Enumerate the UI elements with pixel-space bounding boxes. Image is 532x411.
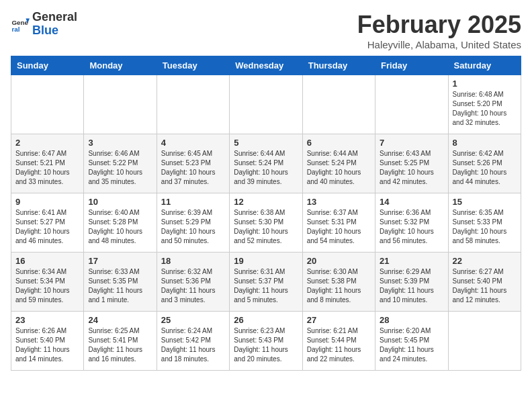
weekday-header-sunday: Sunday bbox=[11, 56, 84, 75]
calendar-table: SundayMondayTuesdayWednesdayThursdayFrid… bbox=[11, 56, 521, 371]
day-info: Sunrise: 6:37 AM Sunset: 5:31 PM Dayligh… bbox=[307, 208, 371, 246]
day-info: Sunrise: 6:45 AM Sunset: 5:23 PM Dayligh… bbox=[161, 149, 225, 187]
day-number: 24 bbox=[88, 315, 152, 325]
calendar-cell: 7Sunrise: 6:43 AM Sunset: 5:25 PM Daylig… bbox=[375, 134, 448, 193]
weekday-header-tuesday: Tuesday bbox=[157, 56, 229, 75]
weekday-header-wednesday: Wednesday bbox=[230, 56, 302, 75]
calendar-cell bbox=[302, 75, 375, 134]
day-info: Sunrise: 6:34 AM Sunset: 5:34 PM Dayligh… bbox=[15, 267, 79, 305]
day-number: 18 bbox=[161, 256, 225, 266]
day-number: 13 bbox=[307, 197, 371, 207]
calendar-cell: 26Sunrise: 6:23 AM Sunset: 5:43 PM Dayli… bbox=[230, 312, 302, 371]
day-info: Sunrise: 6:41 AM Sunset: 5:27 PM Dayligh… bbox=[15, 208, 79, 246]
day-info: Sunrise: 6:26 AM Sunset: 5:40 PM Dayligh… bbox=[15, 326, 79, 364]
day-info: Sunrise: 6:23 AM Sunset: 5:43 PM Dayligh… bbox=[234, 326, 298, 364]
day-info: Sunrise: 6:40 AM Sunset: 5:28 PM Dayligh… bbox=[88, 208, 152, 246]
calendar-week-row: 1Sunrise: 6:48 AM Sunset: 5:20 PM Daylig… bbox=[11, 75, 521, 134]
weekday-header-thursday: Thursday bbox=[302, 56, 375, 75]
weekday-header-monday: Monday bbox=[84, 56, 157, 75]
month-title: February 2025 bbox=[357, 11, 521, 39]
day-number: 4 bbox=[161, 138, 225, 148]
calendar-cell: 24Sunrise: 6:25 AM Sunset: 5:41 PM Dayli… bbox=[84, 312, 157, 371]
calendar-cell: 22Sunrise: 6:27 AM Sunset: 5:40 PM Dayli… bbox=[448, 253, 521, 312]
day-number: 8 bbox=[453, 138, 517, 148]
logo-blue: Blue bbox=[32, 24, 77, 38]
calendar-cell: 10Sunrise: 6:40 AM Sunset: 5:28 PM Dayli… bbox=[84, 193, 157, 253]
calendar-cell: 28Sunrise: 6:20 AM Sunset: 5:45 PM Dayli… bbox=[375, 312, 448, 371]
weekday-header-friday: Friday bbox=[375, 56, 448, 75]
day-info: Sunrise: 6:46 AM Sunset: 5:22 PM Dayligh… bbox=[88, 149, 152, 187]
day-number: 3 bbox=[88, 138, 152, 148]
day-number: 16 bbox=[15, 256, 79, 266]
day-info: Sunrise: 6:47 AM Sunset: 5:21 PM Dayligh… bbox=[15, 149, 79, 187]
day-info: Sunrise: 6:20 AM Sunset: 5:45 PM Dayligh… bbox=[380, 326, 443, 364]
day-info: Sunrise: 6:29 AM Sunset: 5:39 PM Dayligh… bbox=[380, 267, 443, 305]
calendar-cell bbox=[375, 75, 448, 134]
calendar-cell: 13Sunrise: 6:37 AM Sunset: 5:31 PM Dayli… bbox=[302, 193, 375, 253]
day-number: 6 bbox=[307, 138, 371, 148]
day-number: 7 bbox=[380, 138, 443, 148]
day-number: 12 bbox=[234, 197, 298, 207]
day-number: 22 bbox=[453, 256, 517, 266]
calendar-cell: 4Sunrise: 6:45 AM Sunset: 5:23 PM Daylig… bbox=[157, 134, 229, 193]
calendar-cell: 17Sunrise: 6:33 AM Sunset: 5:35 PM Dayli… bbox=[84, 253, 157, 312]
logo-general: General bbox=[32, 11, 77, 24]
calendar-cell: 16Sunrise: 6:34 AM Sunset: 5:34 PM Dayli… bbox=[11, 253, 84, 312]
calendar-cell: 20Sunrise: 6:30 AM Sunset: 5:38 PM Dayli… bbox=[302, 253, 375, 312]
calendar-cell bbox=[11, 75, 84, 134]
calendar-header-row: SundayMondayTuesdayWednesdayThursdayFrid… bbox=[11, 56, 521, 75]
day-number: 27 bbox=[307, 315, 371, 325]
day-number: 17 bbox=[88, 256, 152, 266]
day-number: 20 bbox=[307, 256, 371, 266]
calendar-cell bbox=[157, 75, 229, 134]
page-header: Gene ral General Blue February 2025 Hale… bbox=[11, 11, 521, 50]
logo-icon: Gene ral bbox=[11, 15, 30, 34]
day-info: Sunrise: 6:21 AM Sunset: 5:44 PM Dayligh… bbox=[307, 326, 371, 364]
day-info: Sunrise: 6:31 AM Sunset: 5:37 PM Dayligh… bbox=[234, 267, 298, 305]
day-info: Sunrise: 6:39 AM Sunset: 5:29 PM Dayligh… bbox=[161, 208, 225, 246]
calendar-cell: 11Sunrise: 6:39 AM Sunset: 5:29 PM Dayli… bbox=[157, 193, 229, 253]
day-info: Sunrise: 6:27 AM Sunset: 5:40 PM Dayligh… bbox=[453, 267, 517, 305]
calendar-cell: 14Sunrise: 6:36 AM Sunset: 5:32 PM Dayli… bbox=[375, 193, 448, 253]
calendar-cell: 2Sunrise: 6:47 AM Sunset: 5:21 PM Daylig… bbox=[11, 134, 84, 193]
day-info: Sunrise: 6:38 AM Sunset: 5:30 PM Dayligh… bbox=[234, 208, 298, 246]
calendar-cell: 19Sunrise: 6:31 AM Sunset: 5:37 PM Dayli… bbox=[230, 253, 302, 312]
day-info: Sunrise: 6:43 AM Sunset: 5:25 PM Dayligh… bbox=[380, 149, 443, 187]
svg-text:ral: ral bbox=[11, 26, 19, 33]
day-number: 26 bbox=[234, 315, 298, 325]
title-area: February 2025 Haleyville, Alabama, Unite… bbox=[357, 11, 521, 50]
calendar-cell: 6Sunrise: 6:44 AM Sunset: 5:24 PM Daylig… bbox=[302, 134, 375, 193]
calendar-cell: 5Sunrise: 6:44 AM Sunset: 5:24 PM Daylig… bbox=[230, 134, 302, 193]
weekday-header-saturday: Saturday bbox=[448, 56, 521, 75]
day-number: 5 bbox=[234, 138, 298, 148]
day-number: 2 bbox=[15, 138, 79, 148]
day-info: Sunrise: 6:24 AM Sunset: 5:42 PM Dayligh… bbox=[161, 326, 225, 364]
day-number: 19 bbox=[234, 256, 298, 266]
day-info: Sunrise: 6:36 AM Sunset: 5:32 PM Dayligh… bbox=[380, 208, 443, 246]
calendar-cell: 21Sunrise: 6:29 AM Sunset: 5:39 PM Dayli… bbox=[375, 253, 448, 312]
day-info: Sunrise: 6:33 AM Sunset: 5:35 PM Dayligh… bbox=[88, 267, 152, 305]
day-info: Sunrise: 6:30 AM Sunset: 5:38 PM Dayligh… bbox=[307, 267, 371, 305]
day-number: 9 bbox=[15, 197, 79, 207]
calendar-cell: 15Sunrise: 6:35 AM Sunset: 5:33 PM Dayli… bbox=[448, 193, 521, 253]
calendar-week-row: 23Sunrise: 6:26 AM Sunset: 5:40 PM Dayli… bbox=[11, 312, 521, 371]
day-number: 23 bbox=[15, 315, 79, 325]
calendar-week-row: 9Sunrise: 6:41 AM Sunset: 5:27 PM Daylig… bbox=[11, 193, 521, 253]
calendar-cell: 12Sunrise: 6:38 AM Sunset: 5:30 PM Dayli… bbox=[230, 193, 302, 253]
day-number: 21 bbox=[380, 256, 443, 266]
calendar-cell: 8Sunrise: 6:42 AM Sunset: 5:26 PM Daylig… bbox=[448, 134, 521, 193]
logo: Gene ral General Blue bbox=[11, 11, 77, 38]
day-number: 14 bbox=[380, 197, 443, 207]
calendar-cell: 3Sunrise: 6:46 AM Sunset: 5:22 PM Daylig… bbox=[84, 134, 157, 193]
day-info: Sunrise: 6:48 AM Sunset: 5:20 PM Dayligh… bbox=[453, 90, 517, 128]
day-number: 25 bbox=[161, 315, 225, 325]
calendar-cell: 9Sunrise: 6:41 AM Sunset: 5:27 PM Daylig… bbox=[11, 193, 84, 253]
calendar-cell: 18Sunrise: 6:32 AM Sunset: 5:36 PM Dayli… bbox=[157, 253, 229, 312]
day-info: Sunrise: 6:35 AM Sunset: 5:33 PM Dayligh… bbox=[453, 208, 517, 246]
day-info: Sunrise: 6:44 AM Sunset: 5:24 PM Dayligh… bbox=[234, 149, 298, 187]
calendar-cell bbox=[448, 312, 521, 371]
day-info: Sunrise: 6:42 AM Sunset: 5:26 PM Dayligh… bbox=[453, 149, 517, 187]
day-info: Sunrise: 6:44 AM Sunset: 5:24 PM Dayligh… bbox=[307, 149, 371, 187]
calendar-cell bbox=[230, 75, 302, 134]
day-number: 28 bbox=[380, 315, 443, 325]
